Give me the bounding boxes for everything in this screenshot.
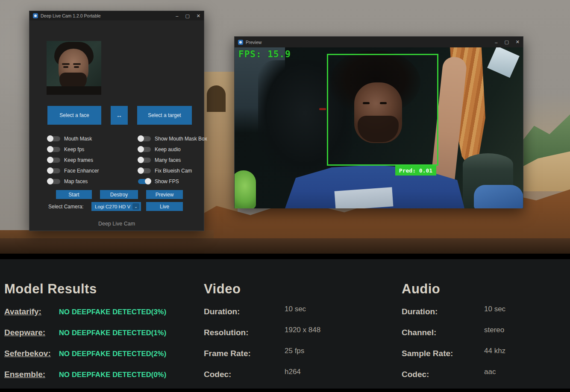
model-name-link[interactable]: Deepware: [4, 328, 59, 337]
toggle-show-mouth-mask-box[interactable]: Show Mouth Mask Box [138, 136, 207, 141]
face-detection-box [327, 54, 438, 166]
audio-info-row: Codec: aac [402, 370, 568, 391]
audio-info-row: Channel: stereo [402, 328, 568, 349]
preview-window: Preview – ▢ ✕ Pred: 0.01 [234, 36, 523, 208]
toggle-mouth-mask[interactable]: Mouth Mask [47, 136, 99, 141]
model-name-link[interactable]: Ensemble: [4, 370, 59, 379]
info-value: 25 fps [285, 347, 304, 355]
face-brow [73, 63, 81, 65]
model-name-link[interactable]: Avatarify: [4, 307, 59, 316]
toggle-switch[interactable] [138, 179, 151, 184]
model-name-link[interactable]: Seferbekov: [4, 349, 59, 358]
swap-faces-button[interactable]: ↔ [111, 106, 128, 125]
info-label: Codec: [204, 370, 231, 379]
close-icon[interactable]: ✕ [516, 39, 520, 45]
camera-dropdown-value: Logi C270 HD V [95, 204, 130, 209]
chevron-down-icon: ⌄ [132, 203, 139, 210]
toggle-switch[interactable] [138, 136, 151, 141]
app-icon [33, 13, 38, 18]
toggle-map-faces[interactable]: Map faces [47, 178, 99, 184]
info-value: 10 sec [484, 305, 505, 313]
app-icon [238, 40, 243, 45]
info-value: 10 sec [285, 305, 306, 313]
face-eye [63, 66, 68, 68]
toggle-switch[interactable] [138, 158, 151, 163]
scene-shirt-print [335, 187, 394, 208]
toggle-fix-blueish-cam[interactable]: Fix Blueish Cam [138, 168, 207, 173]
select-camera-label: Select Camera: [48, 204, 84, 210]
toggle-label: Show FPS [155, 178, 179, 184]
model-result-value: NO DEEPFAKE DETECTED(1%) [59, 329, 166, 337]
toggle-switch[interactable] [47, 168, 60, 173]
minimize-icon[interactable]: – [495, 40, 497, 45]
toggle-keep-fps[interactable]: Keep fps [47, 146, 99, 152]
select-target-button[interactable]: Select a target [137, 106, 192, 125]
toggle-face-enhancer[interactable]: Face Enhancer [47, 168, 99, 173]
toggle-keep-audio[interactable]: Keep audio [138, 146, 207, 152]
face-eye [74, 66, 79, 68]
main-titlebar[interactable]: Deep Live Cam 1.2.0 Portable – ▢ ✕ [29, 11, 204, 20]
info-label: Frame Rate: [204, 349, 251, 358]
toggle-show-fps[interactable]: Show FPS [138, 178, 207, 184]
toggle-label: Map faces [64, 178, 88, 184]
info-label: Resolution: [204, 328, 249, 337]
model-result-row: Avatarify: NO DEEPFAKE DETECTED(3%) [4, 307, 201, 328]
minimize-icon[interactable]: – [176, 13, 178, 18]
scene-red-led [319, 108, 326, 110]
info-label: Duration: [402, 307, 438, 316]
video-info-row: Frame Rate: 25 fps [204, 349, 392, 370]
face-brow [62, 63, 70, 65]
video-heading: Video [204, 281, 392, 297]
audio-info-row: Sample Rate: 44 khz [402, 349, 568, 370]
info-value: stereo [484, 326, 504, 334]
video-info-row: Codec: h264 [204, 370, 392, 391]
model-result-value: NO DEEPFAKE DETECTED(3%) [59, 308, 166, 316]
toggle-switch[interactable] [138, 147, 151, 152]
live-button[interactable]: Live [146, 202, 183, 211]
toggle-switch[interactable] [47, 179, 60, 184]
maximize-icon[interactable]: ▢ [504, 39, 508, 45]
maximize-icon[interactable]: ▢ [185, 13, 189, 19]
toggle-switch[interactable] [47, 147, 60, 152]
video-info-column: Video Duration: 10 sec Resolution: 1920 … [204, 259, 392, 391]
app-footer-text: Deep Live Cam [29, 221, 204, 227]
preview-window-title: Preview [246, 40, 261, 45]
destroy-button[interactable]: Destroy [100, 190, 138, 199]
toggle-label: Show Mouth Mask Box [155, 136, 207, 142]
model-results-heading: Model Results [4, 281, 201, 297]
close-icon[interactable]: ✕ [197, 13, 200, 19]
toggle-keep-frames[interactable]: Keep frames [47, 157, 99, 163]
deep-live-cam-window: Deep Live Cam 1.2.0 Portable – ▢ ✕ Selec… [29, 11, 204, 231]
scene-paper [487, 47, 520, 78]
audio-info-row: Duration: 10 sec [402, 307, 568, 328]
face-shoulder [47, 86, 101, 95]
model-result-value: NO DEEPFAKE DETECTED(0%) [59, 371, 166, 379]
fps-overlay: FPS: 15.9 [238, 49, 291, 59]
prediction-badge: Pred: 0.01 [395, 166, 436, 176]
panel-divider [0, 254, 570, 259]
info-value: 1920 x 848 [285, 326, 320, 334]
toggle-switch[interactable] [47, 136, 60, 141]
window-title: Deep Live Cam 1.2.0 Portable [41, 13, 101, 18]
results-panel: Model Results Avatarify: NO DEEPFAKE DET… [0, 259, 570, 389]
camera-dropdown[interactable]: Logi C270 HD V ⌄ [91, 202, 141, 211]
toggle-switch[interactable] [138, 168, 151, 173]
audio-info-column: Audio Duration: 10 sec Channel: stereo S… [402, 259, 568, 391]
toggle-column-left: Mouth Mask Keep fps Keep frames Face Enh… [47, 136, 99, 184]
model-result-value: NO DEEPFAKE DETECTED(2%) [59, 350, 166, 358]
scene-green-chair [235, 170, 256, 208]
toggle-column-right: Show Mouth Mask Box Keep audio Many face… [138, 136, 207, 184]
screen: Deep Live Cam 1.2.0 Portable – ▢ ✕ Selec… [0, 0, 570, 392]
toggle-many-faces[interactable]: Many faces [138, 157, 207, 163]
toggle-label: Keep frames [64, 157, 93, 163]
toggle-label: Face Enhancer [64, 168, 99, 174]
select-face-button[interactable]: Select a face [47, 106, 101, 125]
wallpaper-ground-strip [0, 238, 570, 254]
preview-button[interactable]: Preview [146, 190, 183, 199]
toggle-label: Keep audio [155, 146, 181, 152]
audio-heading: Audio [402, 281, 568, 297]
info-value: 44 khz [484, 347, 505, 355]
toggle-switch[interactable] [47, 158, 60, 163]
preview-titlebar[interactable]: Preview – ▢ ✕ [235, 37, 523, 47]
start-button[interactable]: Start [56, 190, 92, 199]
